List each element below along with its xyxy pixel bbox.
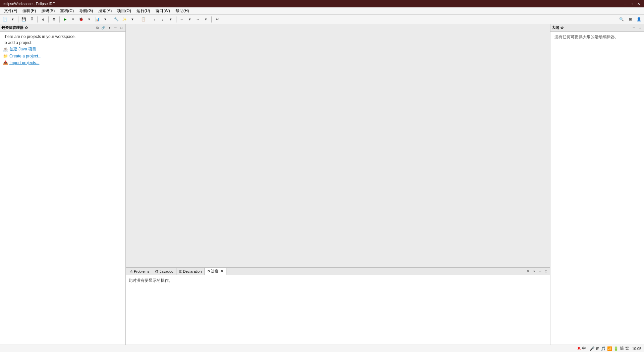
tab-progress[interactable]: ↻ 进度 ✕ (205, 268, 226, 275)
workspace-area: 包资源管理器 ☆ ⧉ 🔗 ▾ ─ □ There are no projects… (0, 24, 644, 345)
last-edit-button[interactable]: ↩ (213, 16, 221, 23)
editor-area[interactable] (126, 24, 550, 267)
bottom-stop-btn[interactable]: ✕ (525, 269, 531, 274)
tray-dot-icon: · (587, 346, 588, 351)
tab-javadoc[interactable]: @ Javadoc (152, 268, 176, 275)
new-dropdown[interactable]: ▾ (9, 16, 16, 23)
annotation-dropdown[interactable]: ▾ (167, 16, 174, 23)
tray-fan-icon[interactable]: 繁 (625, 346, 629, 351)
package-explorer-actions: ⧉ 🔗 ▾ ─ □ (95, 25, 124, 31)
pkg-view-menu[interactable]: ▾ (107, 25, 112, 31)
center-panel (126, 24, 550, 267)
pkg-maximize[interactable]: □ (119, 25, 124, 31)
tray-music-icon[interactable]: 🎵 (601, 346, 606, 351)
import-projects-link[interactable]: 📥 Import projects... (3, 60, 123, 65)
tray-sougou-icon[interactable]: S (578, 346, 581, 351)
menu-run[interactable]: 运行(U) (134, 7, 153, 14)
tab-progress-close[interactable]: ✕ (221, 269, 223, 273)
menu-help[interactable]: 帮助(H) (173, 7, 192, 14)
tab-problems[interactable]: ⚠ Problems (127, 268, 152, 275)
create-project-link[interactable]: 📁 Create a project... (3, 53, 123, 59)
menu-project[interactable]: 项目(O) (114, 7, 133, 14)
tab-javadoc-label: Javadoc (160, 269, 173, 273)
app-wrapper: eclipseWorkspace - Eclipse IDE ─ □ ✕ 文件(… (0, 0, 644, 352)
tray-jian-icon[interactable]: 简 (620, 346, 624, 351)
print-button[interactable]: 🖨 (39, 16, 47, 23)
bottom-minimize-btn[interactable]: ─ (537, 269, 543, 274)
no-editor-message: 没有任何可提供大纲的活动编辑器。 (553, 33, 620, 41)
no-projects-line1: There are no projects in your workspace. (3, 34, 123, 39)
debug-dropdown[interactable]: ▾ (86, 16, 93, 23)
bottom-maximize-btn[interactable]: □ (543, 269, 549, 274)
back-button[interactable]: ← (178, 16, 185, 23)
bottom-menu-btn[interactable]: ▾ (531, 269, 537, 274)
prev-annotation[interactable]: ↑ (151, 16, 158, 23)
tray-battery-icon[interactable]: 🔋 (613, 346, 619, 351)
save-all-button[interactable]: 🗄 (28, 16, 36, 23)
clean-button[interactable]: ✨ (121, 16, 128, 23)
package-explorer-title: 包资源管理器 ☆ (1, 25, 28, 30)
menu-window[interactable]: 窗口(W) (153, 7, 172, 14)
toolbar-sep-2 (37, 16, 38, 23)
toolbar-sep-8 (176, 16, 176, 23)
outline-title: 大纲 ☆ (552, 25, 564, 30)
tray-mic-icon[interactable]: 🎤 (590, 346, 595, 351)
progress-icon: ↻ (207, 269, 210, 273)
debug-button[interactable]: 🐞 (77, 16, 85, 23)
bottom-tab-actions: ✕ ▾ ─ □ (525, 269, 549, 274)
menu-source[interactable]: 源码(S) (39, 7, 57, 14)
build-button[interactable]: 🔧 (113, 16, 120, 23)
minimize-button[interactable]: ─ (623, 1, 628, 6)
toolbar-sep-6 (138, 16, 138, 23)
create-java-link[interactable]: ☕ 创建 Java 项目 (3, 46, 123, 52)
forward-button[interactable]: → (194, 16, 202, 23)
tab-progress-label: 进度 (211, 269, 218, 274)
forward-dropdown[interactable]: ▾ (202, 16, 210, 23)
tab-problems-label: Problems (134, 269, 149, 273)
new-button[interactable]: 📄 (1, 16, 9, 23)
run-button[interactable]: ▶ (61, 16, 69, 23)
menu-search[interactable]: 搜索(A) (96, 7, 114, 14)
outline-content: 没有任何可提供大纲的活动编辑器。 (550, 32, 644, 345)
perspective-button[interactable]: ⊞ (627, 16, 634, 23)
search-button[interactable]: 🔍 (618, 16, 625, 23)
coverage-button[interactable]: 📊 (94, 16, 101, 23)
no-projects-line2: To add a project: (3, 40, 123, 45)
import-icon: 📥 (3, 60, 8, 65)
tab-declaration-label: Declaration (183, 269, 202, 273)
save-button[interactable]: 💾 (20, 16, 28, 23)
outline-minimize[interactable]: ─ (631, 25, 637, 31)
tray-chinese-icon[interactable]: 中 (582, 346, 586, 351)
outline-maximize[interactable]: □ (637, 25, 643, 31)
menu-edit[interactable]: 编辑(E) (20, 7, 39, 14)
menu-navigate[interactable]: 导航(G) (76, 7, 96, 14)
menu-refactor[interactable]: 重构(C) (57, 7, 76, 14)
back-dropdown[interactable]: ▾ (186, 16, 194, 23)
next-annotation[interactable]: ↓ (159, 16, 166, 23)
coverage-dropdown[interactable]: ▾ (102, 16, 109, 23)
refresh-button[interactable]: ♻ (50, 16, 58, 23)
system-tray: S 中 · 🎤 ⊞ 🎵 📶 🔋 简 繁 (578, 346, 630, 351)
pkg-minimize[interactable]: ─ (113, 25, 118, 31)
toolbar-sep-1 (18, 16, 18, 23)
tab-declaration[interactable]: ◫ Declaration (176, 268, 205, 275)
menu-file[interactable]: 文件(F) (1, 7, 20, 14)
problems-icon: ⚠ (130, 269, 133, 273)
package-explorer-header: 包资源管理器 ☆ ⧉ 🔗 ▾ ─ □ (0, 24, 125, 32)
user-button[interactable]: 👤 (635, 16, 643, 23)
close-button[interactable]: ✕ (636, 1, 641, 6)
create-java-label: 创建 Java 项目 (9, 46, 36, 52)
tray-network-icon[interactable]: 📶 (607, 346, 612, 351)
tray-grid-icon[interactable]: ⊞ (596, 346, 599, 351)
restore-button[interactable]: □ (629, 1, 635, 6)
pkg-link-with-editor[interactable]: 🔗 (101, 25, 106, 31)
status-time: 10:05 (632, 347, 641, 351)
center-and-bottom: ⚠ Problems @ Javadoc ◫ Declaration ↻ (126, 24, 550, 345)
import-projects-label: Import projects... (9, 60, 39, 65)
open-task-button[interactable]: 📋 (140, 16, 147, 23)
run-dropdown[interactable]: ▾ (69, 16, 77, 23)
pkg-collapse-all[interactable]: ⧉ (95, 25, 100, 31)
build-dropdown[interactable]: ▾ (129, 16, 136, 23)
toolbar-group-new: 📄 ▾ (1, 16, 16, 23)
status-right: S 中 · 🎤 ⊞ 🎵 📶 🔋 简 繁 10:05 (578, 346, 641, 351)
